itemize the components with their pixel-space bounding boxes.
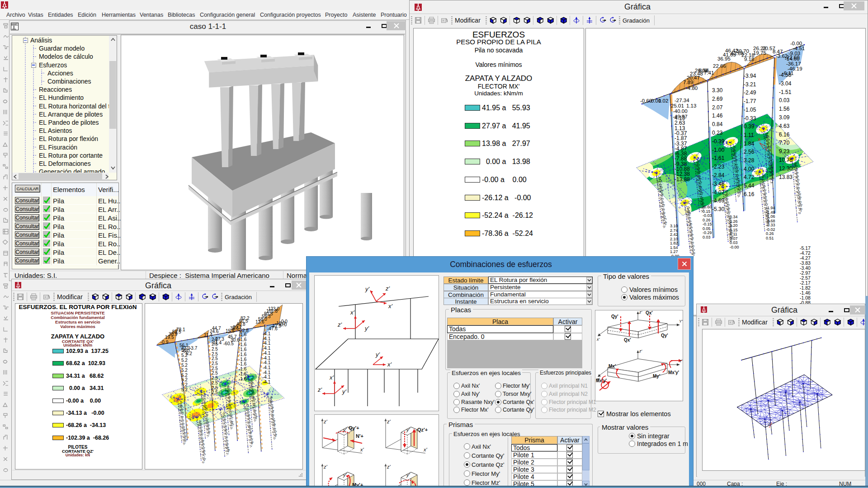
svg-text:-1.48: -1.48 xyxy=(766,210,775,215)
svg-text:1.27: 1.27 xyxy=(670,249,678,254)
svg-text:-5.30: -5.30 xyxy=(712,206,725,212)
svg-text:0.03: 0.03 xyxy=(703,235,711,239)
svg-text:25.01: 25.01 xyxy=(671,103,684,108)
svg-text:-1.77: -1.77 xyxy=(744,98,756,104)
svg-text:Y': Y' xyxy=(679,319,683,324)
svg-text:1.46: 1.46 xyxy=(712,113,723,119)
svg-text:x': x' xyxy=(387,361,392,368)
svg-text:z': z' xyxy=(387,419,391,424)
svg-text:5.2: 5.2 xyxy=(181,368,188,373)
svg-text:-1.00: -1.00 xyxy=(712,147,725,153)
svg-text:z': z' xyxy=(385,285,390,292)
svg-text:0.07: 0.07 xyxy=(730,236,738,241)
svg-text:x': x' xyxy=(360,447,364,452)
svg-text:-4.1: -4.1 xyxy=(263,380,271,385)
svg-text:2.5: 2.5 xyxy=(212,375,218,380)
svg-text:3.09: 3.09 xyxy=(779,114,790,121)
svg-text:-1.6: -1.6 xyxy=(239,366,247,371)
svg-text:z': z' xyxy=(323,464,328,469)
svg-text:Qx': Qx' xyxy=(646,310,653,315)
svg-text:11.4: 11.4 xyxy=(204,333,212,338)
svg-text:x': x' xyxy=(596,337,600,342)
svg-text:2.5: 2.5 xyxy=(212,385,218,390)
svg-text:-27.34: -27.34 xyxy=(675,98,689,103)
svg-text:-4.69: -4.69 xyxy=(712,197,725,204)
svg-text:y': y' xyxy=(406,472,410,478)
svg-text:-1.6: -1.6 xyxy=(239,371,247,376)
svg-text:y': y' xyxy=(365,286,370,292)
svg-text:-1.6: -1.6 xyxy=(239,342,247,347)
svg-text:39.70: 39.70 xyxy=(736,48,749,54)
svg-text:-32.8: -32.8 xyxy=(238,328,249,333)
svg-text:-4.1: -4.1 xyxy=(263,346,271,351)
svg-text:-0.33: -0.33 xyxy=(766,223,775,227)
svg-text:Qz'+: Qz'+ xyxy=(417,427,428,432)
svg-text:-6.11: -6.11 xyxy=(782,70,793,76)
svg-text:2.5: 2.5 xyxy=(212,361,218,366)
svg-text:7.70: 7.70 xyxy=(779,140,790,146)
svg-text:-49.87: -49.87 xyxy=(673,114,688,119)
svg-text:-3.46: -3.46 xyxy=(712,181,725,187)
svg-text:0.11: 0.11 xyxy=(730,232,737,236)
svg-text:4.72: 4.72 xyxy=(744,174,755,180)
svg-text:Mx'y': Mx'y' xyxy=(668,370,679,375)
svg-text:0.02: 0.02 xyxy=(658,98,668,103)
svg-text:-1.6: -1.6 xyxy=(239,357,247,362)
svg-text:N'+: N'+ xyxy=(356,433,363,439)
svg-text:0.51: 0.51 xyxy=(766,236,774,240)
svg-text:5.2: 5.2 xyxy=(181,377,188,382)
svg-text:2.5: 2.5 xyxy=(212,390,218,395)
svg-text:12.30: 12.30 xyxy=(779,165,793,172)
svg-text:-0.15: -0.15 xyxy=(703,222,712,226)
svg-text:2.5: 2.5 xyxy=(212,356,218,361)
svg-text:5.2: 5.2 xyxy=(181,382,188,387)
svg-text:4.00: 4.00 xyxy=(744,166,755,172)
svg-text:5.2: 5.2 xyxy=(186,351,192,356)
svg-text:z': z' xyxy=(639,349,642,353)
svg-text:0.39: 0.39 xyxy=(744,123,755,130)
svg-text:2.07: 2.07 xyxy=(712,104,723,111)
svg-text:Mx': Mx' xyxy=(609,364,616,369)
svg-text:Y': Y' xyxy=(679,359,683,363)
svg-text:-0.03: -0.03 xyxy=(703,213,712,218)
svg-text:x': x' xyxy=(423,447,428,452)
svg-text:Qy': Qy' xyxy=(611,314,618,319)
svg-text:-60.5: -60.5 xyxy=(223,341,234,346)
svg-text:0.15: 0.15 xyxy=(730,228,738,232)
svg-text:0.03: 0.03 xyxy=(730,240,738,245)
svg-text:-1.6: -1.6 xyxy=(239,347,247,352)
svg-text:Qy': Qy' xyxy=(661,333,668,338)
svg-text:-2.23: -2.23 xyxy=(712,164,725,170)
svg-text:19.5: 19.5 xyxy=(165,335,174,340)
svg-text:3.28: 3.28 xyxy=(744,157,755,164)
svg-text:0.84: 0.84 xyxy=(712,121,723,127)
svg-text:0.23: 0.23 xyxy=(712,130,723,136)
svg-text:y': y' xyxy=(343,472,347,478)
svg-text:-4.1: -4.1 xyxy=(263,370,271,375)
svg-text:-0.00: -0.00 xyxy=(730,245,739,249)
svg-text:z': z' xyxy=(317,386,322,393)
svg-text:-3.04: -3.04 xyxy=(779,80,792,87)
svg-text:-4.1: -4.1 xyxy=(263,331,271,336)
svg-text:-4.1: -4.1 xyxy=(263,356,271,361)
svg-text:13.83: 13.83 xyxy=(779,174,793,180)
svg-text:x': x' xyxy=(329,374,334,381)
svg-text:-0.02: -0.02 xyxy=(766,227,775,232)
svg-text:-4.80: -4.80 xyxy=(686,85,698,91)
svg-text:-3.21: -3.21 xyxy=(744,81,756,88)
svg-text:-47.6: -47.6 xyxy=(267,326,278,331)
svg-text:9.18: 9.18 xyxy=(744,56,754,62)
svg-text:2.5: 2.5 xyxy=(212,352,218,357)
svg-text:2.5: 2.5 xyxy=(212,366,218,371)
svg-text:5.2: 5.2 xyxy=(181,387,188,392)
svg-text:-1.6: -1.6 xyxy=(239,337,247,342)
svg-text:-4.1: -4.1 xyxy=(263,365,271,370)
svg-text:-2.84: -2.84 xyxy=(712,172,725,178)
svg-text:-40.00: -40.00 xyxy=(673,108,688,114)
svg-text:z': z' xyxy=(337,321,342,328)
svg-text:5.2: 5.2 xyxy=(181,363,188,368)
svg-text:-0.60: -0.60 xyxy=(640,98,652,103)
svg-text:y': y' xyxy=(375,351,380,358)
svg-text:1.54: 1.54 xyxy=(670,245,678,250)
svg-text:1.82: 1.82 xyxy=(670,241,678,245)
